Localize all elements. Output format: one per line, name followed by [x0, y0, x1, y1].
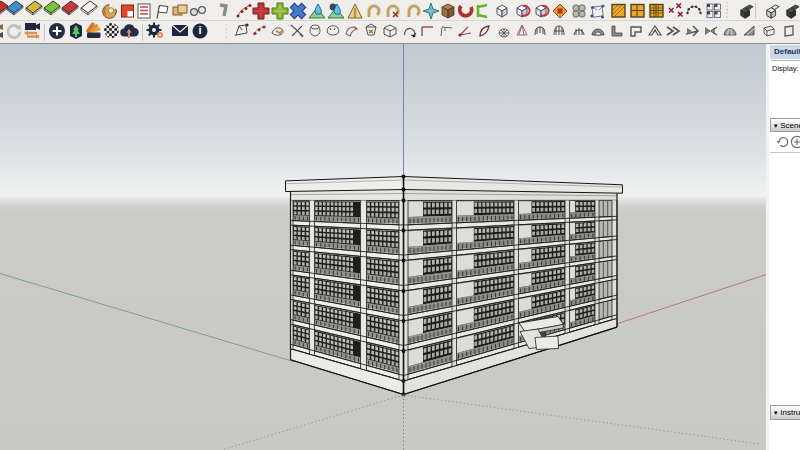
svg-text:i: i — [198, 24, 201, 36]
